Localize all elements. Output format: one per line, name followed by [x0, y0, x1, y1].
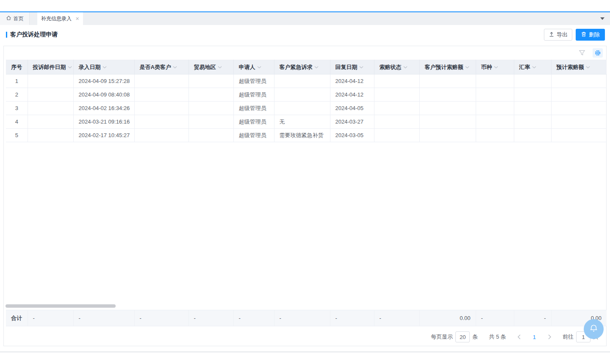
col-header-applicant[interactable]: 申请人: [233, 60, 274, 74]
tab-home-label: 首页: [14, 15, 24, 22]
chevron-down-icon: [218, 63, 222, 70]
chevron-down-icon: [257, 63, 261, 70]
chevron-down-icon: [403, 63, 408, 70]
table-row[interactable]: 32024-04-02 16:34:26超级管理员2024-04-05: [6, 102, 607, 115]
col-header-class-a[interactable]: 是否A类客户: [134, 60, 189, 74]
horizontal-scrollbar[interactable]: [6, 304, 116, 308]
export-button[interactable]: 导出: [544, 29, 572, 41]
total-count: 共 5 条: [489, 333, 506, 341]
chevron-down-icon: [173, 63, 177, 70]
per-page-input[interactable]: [455, 331, 470, 342]
tab-active[interactable]: 补充信息录入 ✕: [37, 12, 83, 25]
chevron-down-icon: [359, 63, 363, 70]
chevron-down-icon: [494, 63, 498, 70]
page-number[interactable]: 1: [533, 334, 536, 340]
home-icon: [6, 15, 11, 22]
title-accent-bar: [6, 32, 7, 38]
table-row[interactable]: 22024-04-09 08:40:08超级管理员2024-04-12: [6, 88, 607, 102]
next-page-icon[interactable]: [548, 334, 552, 339]
chevron-down-icon: [314, 63, 319, 70]
table-row[interactable]: 42024-03-21 09:16:16超级管理员无2024-03-27: [6, 115, 607, 129]
delete-button[interactable]: 删除: [576, 29, 605, 41]
table-row[interactable]: 52024-02-17 10:45:27超级管理员需要玫德紧急补货2024-03…: [6, 129, 607, 142]
chevron-down-icon: [465, 63, 469, 70]
chevron-down-icon: [68, 63, 72, 70]
goto-label: 前往: [563, 333, 574, 341]
summary-row: 合计 - - - - - - - - 0.00 - - 0.00: [6, 310, 607, 326]
summary-label: 合计: [6, 310, 28, 326]
bell-icon: [589, 324, 598, 335]
col-header-claim-status[interactable]: 索赔状态: [374, 60, 419, 74]
table-toolbar: [4, 46, 606, 60]
gear-icon[interactable]: [593, 48, 603, 58]
notification-bell-button[interactable]: [584, 319, 604, 339]
col-header-exchange-rate[interactable]: 汇率: [514, 60, 551, 74]
col-header-estimated-claim-amount[interactable]: 预计索赔额: [551, 60, 607, 74]
per-page-label: 每页显示: [431, 333, 453, 341]
delete-button-label: 删除: [589, 31, 600, 39]
col-header-reply-date[interactable]: 回复日期: [330, 60, 374, 74]
chevron-down-icon: [103, 63, 107, 70]
trash-icon: [581, 31, 587, 39]
data-table: 序号 投诉邮件日期 录入日期 是否A类客户 贸易地区 申请人 客户紧急诉求 回复…: [6, 60, 607, 142]
per-page-unit: 条: [472, 333, 478, 341]
col-header-customer-claim-amount[interactable]: 客户预计索赔额: [419, 60, 476, 74]
table-header-row: 序号 投诉邮件日期 录入日期 是否A类客户 贸易地区 申请人 客户紧急诉求 回复…: [6, 60, 607, 74]
page-title: 客户投诉处理申请: [6, 31, 58, 39]
col-header-index: 序号: [6, 60, 28, 74]
close-icon[interactable]: ✕: [75, 17, 79, 21]
table-row[interactable]: 12024-04-09 15:27:28超级管理员2024-04-12: [6, 74, 607, 88]
col-header-urgent-demand[interactable]: 客户紧急诉求: [274, 60, 330, 74]
bottom-divider: [0, 352, 610, 352]
upload-icon: [549, 31, 555, 39]
pagination: 每页显示 条 共 5 条 1 前往 页: [431, 331, 599, 343]
export-button-label: 导出: [557, 31, 568, 39]
tab-home[interactable]: 首页: [0, 12, 30, 25]
col-header-currency[interactable]: 币种: [476, 60, 514, 74]
table-panel: 序号 投诉邮件日期 录入日期 是否A类客户 贸易地区 申请人 客户紧急诉求 回复…: [3, 46, 607, 346]
tab-active-label: 补充信息录入: [41, 15, 72, 22]
col-header-complaint-date[interactable]: 投诉邮件日期: [28, 60, 73, 74]
tab-bar: 首页 补充信息录入 ✕: [0, 12, 610, 25]
col-header-trade-region[interactable]: 贸易地区: [189, 60, 233, 74]
chevron-down-icon: [586, 63, 590, 70]
tab-list-caret-icon[interactable]: [600, 17, 604, 22]
summary-customer-claim-total: 0.00: [419, 310, 476, 326]
col-header-entry-date[interactable]: 录入日期: [73, 60, 134, 74]
prev-page-icon[interactable]: [517, 334, 521, 339]
chevron-down-icon: [532, 63, 536, 70]
funnel-icon[interactable]: [579, 50, 586, 57]
